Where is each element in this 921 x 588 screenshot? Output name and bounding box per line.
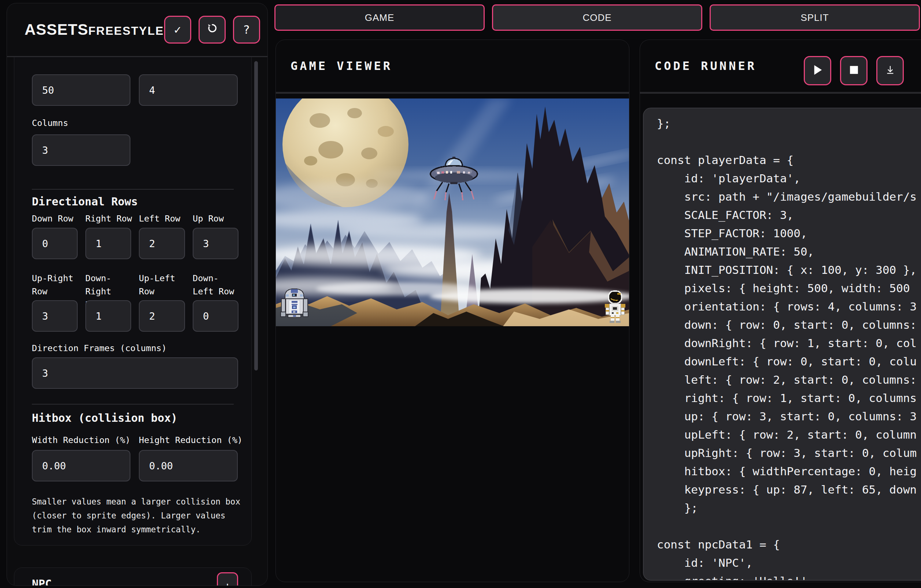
confirm-button[interactable]: ✓ xyxy=(164,16,191,44)
diagonal-labels-row: Up-Right Row Down-Right Row Up-Left Row … xyxy=(32,272,234,298)
hitbox-labels-row: Width Reduction (%) Height Reduction (%) xyxy=(32,435,234,445)
add-npc-button[interactable]: + xyxy=(217,572,238,585)
directional-labels-row: Down Row Right Row Left Row Up Row xyxy=(32,213,234,224)
up-left-row-input[interactable] xyxy=(139,300,185,332)
up-right-row-input[interactable] xyxy=(32,300,78,332)
astronaut-sprite xyxy=(602,289,628,324)
left-row-input[interactable] xyxy=(139,228,185,259)
left-row-label: Left Row xyxy=(139,213,185,224)
height-reduction-input[interactable] xyxy=(139,450,238,481)
tab-game-label: GAME xyxy=(365,12,395,23)
game-viewer-header: GAME VIEWER xyxy=(276,40,629,94)
direction-frames-input[interactable] xyxy=(32,357,238,389)
npc-title: NPC xyxy=(32,577,238,585)
game-viewer-panel: GAME VIEWER xyxy=(275,39,630,582)
plus-icon: + xyxy=(224,580,231,585)
up-left-row-label: Up-Left Row xyxy=(139,272,185,298)
top-inputs-row xyxy=(32,74,234,106)
game-stage[interactable] xyxy=(276,99,630,326)
columns-input[interactable] xyxy=(32,134,130,166)
up-row-label: Up Row xyxy=(193,213,239,224)
tab-split[interactable]: SPLIT xyxy=(709,4,920,31)
code-runner-title: CODE RUNNER xyxy=(655,59,757,73)
npc-card: NPC + xyxy=(14,567,252,585)
animation-rate-input[interactable] xyxy=(32,74,130,106)
down-row-input[interactable] xyxy=(32,228,78,259)
sidebar-scroll-area[interactable]: Columns Directional Rows Down Row Right … xyxy=(7,57,267,585)
divider xyxy=(32,189,234,190)
columns-row xyxy=(32,134,234,166)
stop-code-button[interactable] xyxy=(840,56,867,85)
tab-game[interactable]: GAME xyxy=(274,4,485,31)
right-row-label: Right Row xyxy=(85,213,131,224)
down-left-row-label: Down-Left Row xyxy=(193,272,239,298)
width-reduction-label: Width Reduction (%) xyxy=(32,435,130,445)
tab-split-label: SPLIT xyxy=(801,12,829,23)
rows-input[interactable] xyxy=(139,74,238,106)
up-row-input[interactable] xyxy=(193,228,239,259)
brand-bold: ASSETS xyxy=(24,21,88,39)
brand-logo: ASSETSFREESTYLE xyxy=(24,21,164,39)
sidebar-header: ASSETSFREESTYLE ✓ ? xyxy=(7,3,267,57)
code-runner-header: CODE RUNNER xyxy=(640,40,921,94)
refresh-button[interactable] xyxy=(199,16,226,44)
columns-label: Columns xyxy=(32,117,234,128)
code-runner-panel: CODE RUNNER xyxy=(639,39,921,582)
up-right-row-label: Up-Right Row xyxy=(32,272,78,298)
diagonal-inputs-row xyxy=(32,300,234,332)
divider xyxy=(32,404,234,404)
brand-light: FREESTYLE xyxy=(88,24,164,38)
sprite-settings-card: Columns Directional Rows Down Row Right … xyxy=(14,57,252,546)
play-icon xyxy=(812,65,823,77)
code-content: }; const playerData = { id: 'playerData'… xyxy=(644,108,921,581)
tab-code-label: CODE xyxy=(583,12,612,23)
help-button[interactable]: ? xyxy=(233,16,260,44)
run-code-button[interactable] xyxy=(804,56,831,85)
question-icon: ? xyxy=(243,23,250,37)
down-right-row-label: Down-Right Row xyxy=(85,272,131,298)
download-icon xyxy=(885,65,896,77)
code-runner-actions xyxy=(804,56,904,85)
tab-code[interactable]: CODE xyxy=(492,4,702,31)
hitbox-inputs-row xyxy=(32,450,234,481)
app-root: ASSETSFREESTYLE ✓ ? xyxy=(0,0,921,588)
robot-sprite xyxy=(280,287,309,319)
hitbox-note: Smaller values mean a larger collision b… xyxy=(32,495,245,536)
stop-icon xyxy=(849,65,859,76)
right-row-input[interactable] xyxy=(85,228,131,259)
code-editor[interactable]: }; const playerData = { id: 'playerData'… xyxy=(643,108,921,581)
header-actions: ✓ ? xyxy=(164,16,260,44)
direction-frames-label: Direction Frames (columns) xyxy=(32,343,234,354)
check-icon: ✓ xyxy=(174,23,181,37)
width-reduction-input[interactable] xyxy=(32,450,130,481)
directional-rows-title: Directional Rows xyxy=(32,195,234,209)
assets-sidebar: ASSETSFREESTYLE ✓ ? xyxy=(7,3,268,586)
refresh-icon xyxy=(206,22,218,37)
sidebar-scrollbar[interactable] xyxy=(254,61,258,370)
height-reduction-label: Height Reduction (%) xyxy=(139,435,238,445)
down-right-row-input[interactable] xyxy=(85,300,131,332)
down-row-label: Down Row xyxy=(32,213,78,224)
down-left-row-input[interactable] xyxy=(193,300,239,332)
hitbox-title: Hitbox (collision box) xyxy=(32,411,234,425)
game-viewer-title: GAME VIEWER xyxy=(291,59,392,73)
alien-landscape-scene xyxy=(276,99,630,326)
directional-inputs-row xyxy=(32,228,234,259)
download-code-button[interactable] xyxy=(876,56,904,85)
ufo-sprite xyxy=(426,153,482,202)
